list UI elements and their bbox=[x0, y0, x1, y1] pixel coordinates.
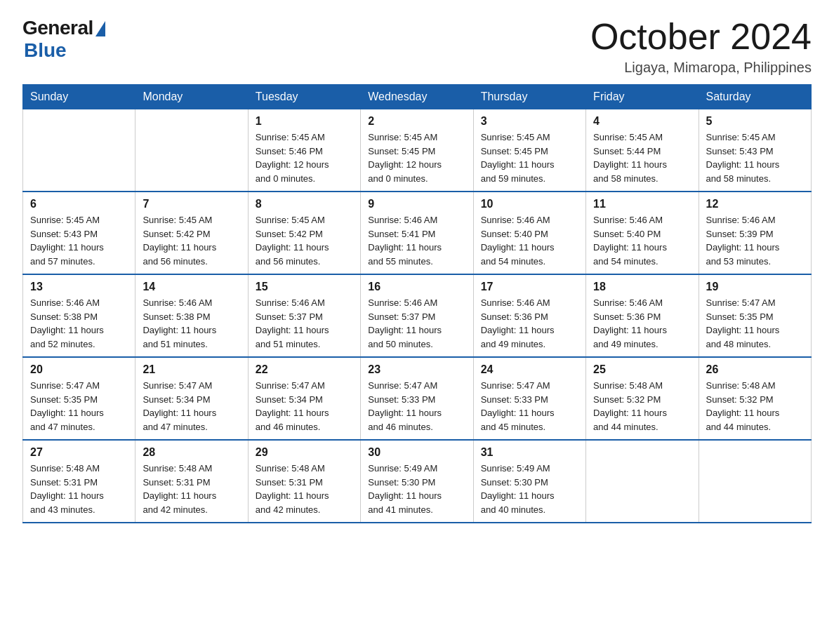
day-number: 21 bbox=[143, 363, 240, 376]
page-header: General Blue October 2024 Ligaya, Mimaro… bbox=[22, 17, 812, 76]
calendar-cell: 3Sunrise: 5:45 AMSunset: 5:45 PMDaylight… bbox=[473, 109, 585, 192]
day-number: 22 bbox=[256, 363, 353, 376]
day-number: 7 bbox=[143, 198, 240, 210]
day-info: Sunrise: 5:46 AMSunset: 5:40 PMDaylight:… bbox=[481, 213, 578, 268]
calendar-cell: 6Sunrise: 5:45 AMSunset: 5:43 PMDaylight… bbox=[23, 192, 135, 274]
weekday-header-friday: Friday bbox=[586, 85, 699, 109]
month-title: October 2024 bbox=[590, 17, 812, 57]
calendar-week-3: 13Sunrise: 5:46 AMSunset: 5:38 PMDayligh… bbox=[23, 274, 812, 357]
day-number: 16 bbox=[368, 281, 465, 293]
day-info: Sunrise: 5:46 AMSunset: 5:37 PMDaylight:… bbox=[368, 296, 465, 351]
day-info: Sunrise: 5:46 AMSunset: 5:39 PMDaylight:… bbox=[706, 213, 804, 268]
calendar-week-1: 1Sunrise: 5:45 AMSunset: 5:46 PMDaylight… bbox=[23, 109, 812, 192]
day-number: 6 bbox=[30, 198, 128, 210]
day-info: Sunrise: 5:48 AMSunset: 5:31 PMDaylight:… bbox=[143, 462, 240, 516]
day-info: Sunrise: 5:46 AMSunset: 5:38 PMDaylight:… bbox=[143, 296, 240, 351]
day-info: Sunrise: 5:45 AMSunset: 5:42 PMDaylight:… bbox=[256, 213, 353, 268]
day-info: Sunrise: 5:46 AMSunset: 5:37 PMDaylight:… bbox=[256, 296, 353, 351]
calendar-cell: 18Sunrise: 5:46 AMSunset: 5:36 PMDayligh… bbox=[586, 274, 699, 357]
calendar-cell: 7Sunrise: 5:45 AMSunset: 5:42 PMDaylight… bbox=[135, 192, 248, 274]
calendar-cell: 31Sunrise: 5:49 AMSunset: 5:30 PMDayligh… bbox=[473, 440, 585, 523]
calendar-cell: 13Sunrise: 5:46 AMSunset: 5:38 PMDayligh… bbox=[23, 274, 135, 357]
day-number: 10 bbox=[481, 198, 578, 210]
day-info: Sunrise: 5:46 AMSunset: 5:40 PMDaylight:… bbox=[593, 213, 691, 268]
day-info: Sunrise: 5:49 AMSunset: 5:30 PMDaylight:… bbox=[368, 462, 465, 516]
calendar-cell bbox=[586, 440, 699, 523]
day-info: Sunrise: 5:47 AMSunset: 5:33 PMDaylight:… bbox=[368, 379, 465, 434]
day-info: Sunrise: 5:45 AMSunset: 5:43 PMDaylight:… bbox=[706, 130, 804, 185]
calendar-cell: 26Sunrise: 5:48 AMSunset: 5:32 PMDayligh… bbox=[699, 357, 811, 440]
calendar-table: SundayMondayTuesdayWednesdayThursdayFrid… bbox=[22, 84, 812, 523]
day-info: Sunrise: 5:48 AMSunset: 5:32 PMDaylight:… bbox=[706, 379, 804, 434]
calendar-cell: 16Sunrise: 5:46 AMSunset: 5:37 PMDayligh… bbox=[361, 274, 473, 357]
calendar-cell bbox=[135, 109, 248, 192]
day-number: 11 bbox=[593, 198, 691, 210]
day-info: Sunrise: 5:48 AMSunset: 5:31 PMDaylight:… bbox=[30, 462, 128, 516]
day-number: 18 bbox=[593, 281, 691, 293]
day-info: Sunrise: 5:47 AMSunset: 5:34 PMDaylight:… bbox=[143, 379, 240, 434]
day-number: 1 bbox=[256, 115, 353, 128]
day-number: 5 bbox=[706, 115, 804, 128]
day-info: Sunrise: 5:46 AMSunset: 5:41 PMDaylight:… bbox=[368, 213, 465, 268]
day-info: Sunrise: 5:49 AMSunset: 5:30 PMDaylight:… bbox=[481, 462, 578, 516]
day-info: Sunrise: 5:48 AMSunset: 5:31 PMDaylight:… bbox=[256, 462, 353, 516]
day-info: Sunrise: 5:45 AMSunset: 5:44 PMDaylight:… bbox=[593, 130, 691, 185]
calendar-cell: 23Sunrise: 5:47 AMSunset: 5:33 PMDayligh… bbox=[361, 357, 473, 440]
day-info: Sunrise: 5:47 AMSunset: 5:33 PMDaylight:… bbox=[481, 379, 578, 434]
day-number: 2 bbox=[368, 115, 465, 128]
calendar-cell: 10Sunrise: 5:46 AMSunset: 5:40 PMDayligh… bbox=[473, 192, 585, 274]
day-info: Sunrise: 5:46 AMSunset: 5:36 PMDaylight:… bbox=[593, 296, 691, 351]
calendar-cell: 1Sunrise: 5:45 AMSunset: 5:46 PMDaylight… bbox=[248, 109, 360, 192]
weekday-header-wednesday: Wednesday bbox=[361, 85, 473, 109]
day-number: 9 bbox=[368, 198, 465, 210]
calendar-cell: 22Sunrise: 5:47 AMSunset: 5:34 PMDayligh… bbox=[248, 357, 360, 440]
day-number: 25 bbox=[593, 363, 691, 376]
logo: General Blue bbox=[22, 17, 105, 62]
calendar-cell: 15Sunrise: 5:46 AMSunset: 5:37 PMDayligh… bbox=[248, 274, 360, 357]
calendar-week-2: 6Sunrise: 5:45 AMSunset: 5:43 PMDaylight… bbox=[23, 192, 812, 274]
calendar-cell: 5Sunrise: 5:45 AMSunset: 5:43 PMDaylight… bbox=[699, 109, 811, 192]
weekday-header-thursday: Thursday bbox=[473, 85, 585, 109]
calendar-cell: 25Sunrise: 5:48 AMSunset: 5:32 PMDayligh… bbox=[586, 357, 699, 440]
day-number: 17 bbox=[481, 281, 578, 293]
day-number: 31 bbox=[481, 446, 578, 459]
logo-blue-text: Blue bbox=[24, 39, 67, 62]
weekday-header-row: SundayMondayTuesdayWednesdayThursdayFrid… bbox=[23, 85, 812, 109]
calendar-week-4: 20Sunrise: 5:47 AMSunset: 5:35 PMDayligh… bbox=[23, 357, 812, 440]
day-info: Sunrise: 5:46 AMSunset: 5:36 PMDaylight:… bbox=[481, 296, 578, 351]
calendar-cell bbox=[699, 440, 811, 523]
day-number: 15 bbox=[256, 281, 353, 293]
calendar-cell: 20Sunrise: 5:47 AMSunset: 5:35 PMDayligh… bbox=[23, 357, 135, 440]
calendar-header: SundayMondayTuesdayWednesdayThursdayFrid… bbox=[23, 85, 812, 109]
day-number: 3 bbox=[481, 115, 578, 128]
calendar-week-5: 27Sunrise: 5:48 AMSunset: 5:31 PMDayligh… bbox=[23, 440, 812, 523]
day-number: 27 bbox=[30, 446, 128, 459]
location-text: Ligaya, Mimaropa, Philippines bbox=[590, 60, 812, 76]
day-number: 13 bbox=[30, 281, 128, 293]
day-number: 23 bbox=[368, 363, 465, 376]
calendar-cell: 17Sunrise: 5:46 AMSunset: 5:36 PMDayligh… bbox=[473, 274, 585, 357]
day-info: Sunrise: 5:45 AMSunset: 5:42 PMDaylight:… bbox=[143, 213, 240, 268]
day-number: 4 bbox=[593, 115, 691, 128]
day-info: Sunrise: 5:47 AMSunset: 5:34 PMDaylight:… bbox=[256, 379, 353, 434]
calendar-cell: 11Sunrise: 5:46 AMSunset: 5:40 PMDayligh… bbox=[586, 192, 699, 274]
calendar-cell: 30Sunrise: 5:49 AMSunset: 5:30 PMDayligh… bbox=[361, 440, 473, 523]
weekday-header-saturday: Saturday bbox=[699, 85, 811, 109]
weekday-header-monday: Monday bbox=[135, 85, 248, 109]
calendar-body: 1Sunrise: 5:45 AMSunset: 5:46 PMDaylight… bbox=[23, 109, 812, 523]
logo-top: General bbox=[22, 17, 105, 39]
calendar-cell: 14Sunrise: 5:46 AMSunset: 5:38 PMDayligh… bbox=[135, 274, 248, 357]
logo-general-text: General bbox=[22, 17, 93, 39]
calendar-cell: 24Sunrise: 5:47 AMSunset: 5:33 PMDayligh… bbox=[473, 357, 585, 440]
calendar-cell: 27Sunrise: 5:48 AMSunset: 5:31 PMDayligh… bbox=[23, 440, 135, 523]
day-info: Sunrise: 5:47 AMSunset: 5:35 PMDaylight:… bbox=[706, 296, 804, 351]
day-number: 28 bbox=[143, 446, 240, 459]
day-number: 19 bbox=[706, 281, 804, 293]
calendar-cell: 9Sunrise: 5:46 AMSunset: 5:41 PMDaylight… bbox=[361, 192, 473, 274]
day-number: 24 bbox=[481, 363, 578, 376]
day-info: Sunrise: 5:45 AMSunset: 5:45 PMDaylight:… bbox=[368, 130, 465, 185]
calendar-cell: 2Sunrise: 5:45 AMSunset: 5:45 PMDaylight… bbox=[361, 109, 473, 192]
day-info: Sunrise: 5:45 AMSunset: 5:43 PMDaylight:… bbox=[30, 213, 128, 268]
day-number: 30 bbox=[368, 446, 465, 459]
calendar-cell: 8Sunrise: 5:45 AMSunset: 5:42 PMDaylight… bbox=[248, 192, 360, 274]
